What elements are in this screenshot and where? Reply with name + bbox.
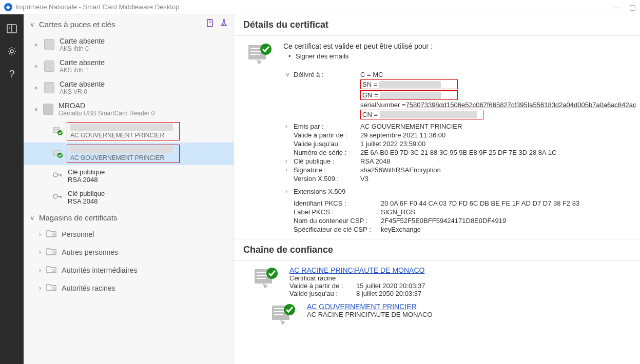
dismiss-slot-icon[interactable]: ×: [33, 84, 39, 92]
svg-point-10: [57, 153, 63, 158]
valid-from-value: 29 septembre 2021 11:36:00: [360, 131, 631, 139]
dn-serial-value: 758073398dd1506e52c067f665827cf395fa5561…: [406, 101, 636, 109]
svg-point-11: [53, 173, 57, 177]
store-others[interactable]: › Autres personnes: [24, 243, 234, 261]
pkcs-label-value: SIGN_RGS: [381, 208, 415, 216]
serial-value: 2E 6A B0 E9 7D 3C 21 88 3C 95 9B E8 9F 2…: [360, 149, 631, 156]
diag-tool-icon[interactable]: [219, 18, 228, 30]
key-icon: [52, 192, 64, 203]
card-slot-icon: [43, 104, 53, 115]
valid-to-value: 1 juillet 2022 23:59:00: [360, 140, 631, 148]
version-value: V3: [360, 175, 631, 183]
certificate-valid-large-icon: [246, 42, 274, 68]
reader-slot-mroad[interactable]: ∨ MROAD Gemalto USB SmartCard Reader 0: [24, 98, 234, 120]
certificate-item[interactable]: AC GOUVERNEMENT PRINCIER: [24, 120, 234, 143]
svg-point-6: [223, 24, 224, 25]
signature-value: sha256WithRSAEncryption: [360, 166, 631, 174]
chevron-down-icon[interactable]: ∨: [33, 106, 39, 113]
stores-header: Magasins de certificats: [39, 213, 118, 222]
dn-serial-label: serialNumber =: [360, 101, 406, 109]
cert-issuer: AC GOUVERNEMENT PRINCIER: [70, 132, 176, 139]
svg-point-4: [10, 50, 13, 53]
sidebar-header-title: Cartes à puces et clés: [39, 20, 115, 29]
redacted-gn: [380, 92, 441, 99]
chevron-right-icon: ›: [39, 284, 41, 292]
chevron-down-icon[interactable]: ∨: [30, 21, 35, 28]
chain-cert-link[interactable]: AC GOUVERNEMENT PRINCIER: [307, 302, 433, 311]
dn-cn-label: CN =: [362, 111, 378, 118]
chain-item: AC GOUVERNEMENT PRINCIER AC RACINE PRINC…: [234, 297, 640, 329]
public-key-item[interactable]: Clé publique RSA 2048: [24, 187, 234, 208]
window-title: Imprimerie Nationale - Smart Card Middle…: [15, 3, 179, 11]
cert-issuer: AC GOUVERNEMENT PRINCIER: [70, 154, 176, 161]
card-slot-icon: [44, 60, 54, 72]
reader-slot[interactable]: × Carte absente AKS ifdh 0: [24, 34, 234, 55]
reader-slot[interactable]: × Carte absente AKS VR 0: [24, 77, 234, 98]
chevron-right-icon[interactable]: ›: [285, 188, 294, 195]
dismiss-slot-icon[interactable]: ×: [33, 41, 39, 49]
redacted-name: [70, 124, 173, 131]
chain-item: AC RACINE PRINCIPAUTE DE MONACO Certific…: [234, 261, 640, 297]
cert-valid-intro: Ce certificat est valide et peut être ut…: [283, 42, 433, 50]
chain-cert-link[interactable]: AC RACINE PRINCIPAUTE DE MONACO: [289, 266, 425, 274]
details-title: Détails du certificat: [234, 14, 640, 36]
pkcs-id-value: 20 0A 6F F0 44 CA 03 7D FD 6C DB BE FE 1…: [381, 199, 579, 207]
key-icon: [52, 170, 64, 181]
certificate-valid-icon: [52, 149, 64, 159]
card-slot-icon: [44, 82, 54, 93]
reader-slot[interactable]: × Carte absente AKS ifdh 1: [24, 55, 234, 77]
rail-cards-icon[interactable]: [6, 23, 18, 35]
chain-title: Chaîne de confiance: [234, 239, 640, 261]
certificate-item[interactable]: AC GOUVERNEMENT PRINCIER: [24, 143, 234, 165]
rail-help-icon[interactable]: ?: [6, 68, 18, 80]
minimize-button[interactable]: —: [613, 3, 620, 11]
svg-point-15: [52, 270, 55, 272]
svg-point-13: [52, 234, 55, 236]
extensions-label: Extensions X.509: [294, 188, 345, 195]
folder-cert-icon: [46, 265, 57, 275]
svg-point-8: [57, 130, 63, 135]
svg-point-12: [53, 194, 57, 198]
cert-usage: Signer des emails: [283, 52, 433, 60]
public-key-item[interactable]: Clé publique RSA 2048: [24, 165, 234, 187]
certificate-valid-large-icon: [270, 302, 298, 329]
svg-point-14: [52, 252, 55, 254]
chain-cert-role: AC RACINE PRINCIPAUTE DE MONACO: [307, 311, 433, 318]
app-icon: ◆: [4, 3, 12, 11]
redacted-sn: [379, 81, 441, 88]
chevron-right-icon[interactable]: ›: [285, 166, 294, 174]
chain-cert-role: Certificat racine: [289, 274, 425, 282]
pubkey-value: RSA 2048: [360, 157, 631, 165]
titlebar: ◆ Imprimerie Nationale - Smart Card Midd…: [0, 0, 640, 14]
redacted-name: [70, 146, 173, 153]
store-intermediate[interactable]: › Autorités intermédiaires: [24, 261, 234, 279]
chevron-right-icon: ›: [39, 248, 41, 256]
chevron-down-icon[interactable]: ∨: [30, 214, 35, 221]
issued-by-value: AC GOUVERNEMENT PRINCIER: [360, 123, 631, 130]
sidebar: ∨ Cartes à puces et clés × Carte absente: [24, 14, 234, 364]
svg-rect-5: [207, 19, 212, 27]
dn-gn-label: GN =: [362, 91, 378, 99]
card-slot-icon: [44, 39, 54, 50]
content-area: Détails du certificat Ce certificat est …: [234, 14, 640, 364]
folder-cert-icon: [46, 283, 57, 293]
redacted-cn: [380, 111, 477, 118]
chevron-right-icon: ›: [39, 230, 41, 238]
maximize-button[interactable]: ▢: [629, 3, 636, 11]
dismiss-slot-icon[interactable]: ×: [33, 63, 39, 70]
reader-tool-icon[interactable]: [206, 18, 215, 30]
chevron-right-icon[interactable]: ›: [285, 123, 294, 130]
csp-container-value: 2F45F52F5E0BFF59424171D8E0DF4919: [381, 217, 506, 225]
svg-point-16: [52, 288, 55, 290]
delivered-to-label: Délivré à :: [294, 71, 360, 78]
store-root[interactable]: › Autorités racines: [24, 279, 234, 297]
certificate-valid-large-icon: [253, 266, 280, 292]
csp-keyspec-value: keyExchange: [381, 226, 421, 233]
folder-cert-icon: [46, 247, 57, 257]
store-personal[interactable]: › Personnel: [24, 225, 234, 243]
folder-cert-icon: [46, 229, 57, 239]
rail-settings-icon[interactable]: [6, 45, 18, 57]
left-rail: ?: [0, 14, 24, 364]
chevron-right-icon[interactable]: ›: [285, 157, 294, 165]
chevron-down-icon[interactable]: ∨: [285, 71, 294, 78]
